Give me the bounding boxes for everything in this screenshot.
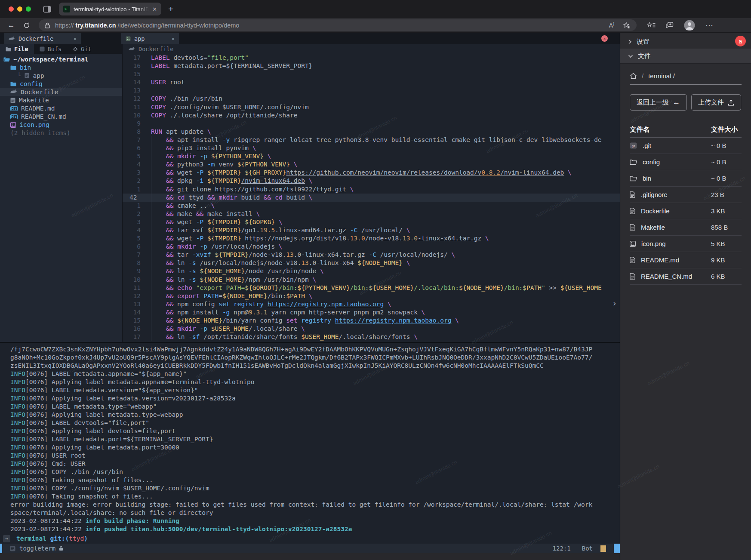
code-line[interactable]: 6 && mkdir -p /usr/local/nodejs \ xyxy=(123,243,620,251)
code-line[interactable]: 12 && export PATH=${NODE_HOME}/bin:$PATH… xyxy=(123,292,620,300)
tab-close-icon[interactable]: ✕ xyxy=(152,6,157,12)
tree-item--workspace-terminal[interactable]: ~/workspace/terminal xyxy=(0,55,122,63)
sidebar-tab-bufs[interactable]: Bufs xyxy=(34,44,68,54)
tab-dockerfile[interactable]: Dockerfile ✕ xyxy=(4,33,81,44)
maximize-window-button[interactable] xyxy=(26,6,31,12)
browser-tab-strip: >_ terminal-ttyd-wlotnipo - TitanIDE ✕ + xyxy=(0,0,751,18)
code-line[interactable]: 11COPY ./config/nvim $USER_HOME/.config/… xyxy=(123,103,620,111)
panel-collapse-chevron-icon[interactable]: › xyxy=(613,298,616,308)
collections-icon[interactable] xyxy=(666,22,674,29)
upload-file-button[interactable]: 上传文件 xyxy=(691,94,741,111)
code-editor[interactable]: Dockerfile 17LABEL devtools="file,port"1… xyxy=(123,44,620,342)
arrow-left-icon: ← xyxy=(673,98,680,107)
terminal-line: error building image: error building sta… xyxy=(0,501,620,509)
file-row--gitignore[interactable]: .gitignore23 B xyxy=(630,187,742,203)
code-line[interactable]: 8 && ln -s /usr/local/nodejs/node-v18.13… xyxy=(123,259,620,267)
line-number: 11 xyxy=(123,103,147,111)
tab-close-icon[interactable]: ✕ xyxy=(172,36,175,42)
code-line[interactable]: 14 && npm install -g npm@9.3.1 yarn cnpm… xyxy=(123,308,620,317)
tree-item-app[interactable]: └ app xyxy=(0,71,122,80)
file-row-config[interactable]: config~ 0 B xyxy=(630,154,742,170)
reload-button[interactable] xyxy=(19,21,34,30)
line-number: 1 xyxy=(123,185,147,194)
code-line[interactable]: 17LABEL devtools="file,port" xyxy=(123,54,620,62)
close-window-button[interactable] xyxy=(9,6,14,12)
browser-sidebar-icon[interactable] xyxy=(43,6,51,13)
back-button[interactable]: ← xyxy=(3,21,19,30)
code-line-current[interactable]: 42 && cd ttyd && mkdir build && cd build… xyxy=(123,194,620,202)
code-line[interactable]: 11 && echo "export PATH=${GOROOT}/bin:${… xyxy=(123,284,620,292)
whale-icon xyxy=(9,37,15,41)
code-line[interactable]: 14USER root xyxy=(123,78,620,86)
file-row--git[interactable]: git.git~ 0 B xyxy=(630,138,742,154)
terminal-panel[interactable]: /fj7CcwoCW7ZXBc3snKxZNYHpbh7uhwOvx2lsi4W… xyxy=(0,343,620,560)
code-line[interactable]: 5 && mkdir -p ${PYTHON_VENV} \ xyxy=(123,152,620,160)
address-bar[interactable]: https://try.titanide.cn/ide/web/coding/t… xyxy=(39,19,637,31)
tree-item-config[interactable]: config xyxy=(0,80,122,88)
file-row-bin[interactable]: bin~ 0 B xyxy=(630,170,742,187)
code-line[interactable]: 2 && make && make install \ xyxy=(123,210,620,218)
code-line[interactable]: 1 && cmake .. \ xyxy=(123,202,620,210)
file-manager-panel: a 设置 文件 / terminal / xyxy=(620,33,751,560)
new-tab-button[interactable]: + xyxy=(168,4,173,14)
tree-item--2-hidden-items-[interactable]: (2 hidden items) xyxy=(0,129,122,137)
code-line[interactable]: 3 && wget -P ${TMPDIR} ${GH_PROXY}https:… xyxy=(123,169,620,177)
tree-item-bin[interactable]: bin xyxy=(0,63,122,71)
code-line[interactable]: 7 && tar -xvzf ${TMPDIR}/node-v18.13.0-l… xyxy=(123,251,620,259)
code-line[interactable]: 7 && apt install -y ripgrep ranger lolca… xyxy=(123,136,620,144)
close-all-icon[interactable]: ✕ xyxy=(601,35,608,42)
tree-item-dockerfile[interactable]: Dockerfile xyxy=(0,88,122,96)
go-up-button[interactable]: 返回上一级 ← xyxy=(630,94,687,111)
file-row-readme-cn-md[interactable]: README_CN.md6 KB xyxy=(630,268,742,285)
code-line[interactable]: 9 && ln -s ${NODE_HOME}/node /usr/bin/no… xyxy=(123,267,620,275)
settings-section-header[interactable]: 设置 xyxy=(620,35,751,49)
tree-item-icon-png[interactable]: icon.png xyxy=(0,121,122,129)
tree-item-makefile[interactable]: Makefile xyxy=(0,96,122,104)
code-line[interactable]: 8RUN apt update \ xyxy=(123,128,620,136)
file-row-readme-md[interactable]: README.md9 KB xyxy=(630,252,742,268)
tab-close-icon[interactable]: ✕ xyxy=(74,36,77,42)
code-line[interactable]: 5 && wget -P ${TMPDIR} https://nodejs.or… xyxy=(123,234,620,243)
line-number: 15 xyxy=(123,70,147,78)
home-icon[interactable] xyxy=(630,73,637,79)
code-line[interactable]: 16LABEL metadata.port=${TERMINAL_SERVER_… xyxy=(123,62,620,70)
code-line[interactable]: 10COPY ./.local/share /opt/titanide/shar… xyxy=(123,111,620,120)
code-line[interactable]: 13 xyxy=(123,86,620,95)
code-line[interactable]: 16 && mkdir -p $USER_HOME/.local/share \ xyxy=(123,325,620,333)
minimize-window-button[interactable] xyxy=(17,6,22,12)
breadcrumb-path[interactable]: terminal / xyxy=(648,72,675,80)
sidebar-tab-file[interactable]: File xyxy=(0,44,34,54)
favorites-icon[interactable] xyxy=(647,22,656,28)
code-line[interactable]: 15 && ${NODE_HOME}/bin/yarn config set r… xyxy=(123,317,620,325)
code-line[interactable]: 4 && tar xvf ${TMPDIR}/go1.19.5.linux-am… xyxy=(123,226,620,234)
add-favorite-icon[interactable] xyxy=(623,22,631,29)
browser-menu-icon[interactable]: ⋯ xyxy=(705,21,714,30)
code-line[interactable]: 3 && wget -P ${TMPDIR} ${GOPKG} \ xyxy=(123,218,620,226)
tree-item-label: Makefile xyxy=(19,97,49,104)
file-row-makefile[interactable]: Makefile858 B xyxy=(630,219,742,236)
code-line[interactable]: 9 xyxy=(123,120,620,128)
terminal-line: 2023-02-08T21:44:22 info pushed titan.hu… xyxy=(0,525,620,533)
browser-tab[interactable]: >_ terminal-ttyd-wlotnipo - TitanIDE ✕ xyxy=(59,3,161,15)
code-line[interactable]: 15 xyxy=(123,70,620,78)
file-row-icon-png[interactable]: icon.png5 KB xyxy=(630,236,742,252)
code-line[interactable]: 6 && pip3 install pynvim \ xyxy=(123,144,620,152)
tree-item-readme-md[interactable]: README.md xyxy=(0,105,122,113)
file-row-dockerfile[interactable]: Dockerfile3 KB xyxy=(630,203,742,219)
read-aloud-icon[interactable]: A) xyxy=(609,22,614,29)
code-line[interactable]: 10 && ln -s ${NODE_HOME}/npm /usr/bin/np… xyxy=(123,276,620,284)
code-line[interactable]: 17 && ln -sf /opt/titanide/share/fonts $… xyxy=(123,333,620,341)
notification-badge[interactable]: a xyxy=(735,36,746,46)
tab-app[interactable]: app ✕ xyxy=(121,33,179,44)
code-line[interactable]: 12COPY ./bin /usr/bin xyxy=(123,95,620,103)
line-number: 4 xyxy=(123,226,147,234)
code-line[interactable]: 4 && python3 -m venv ${PYTHON_VENV} \ xyxy=(123,160,620,169)
code-line[interactable]: 2 && dpkg -i ${TMPDIR}/nvim-linux64.deb … xyxy=(123,177,620,185)
files-section-header[interactable]: 文件 xyxy=(620,49,751,64)
file-size: 5 KB xyxy=(711,240,742,247)
code-line[interactable]: 13 && npm config set registry https://re… xyxy=(123,300,620,308)
code-line[interactable]: 1 && git clone https://github.com/tsl092… xyxy=(123,185,620,194)
tree-item-readme-cn-md[interactable]: README_CN.md xyxy=(0,113,122,121)
sidebar-tab-git[interactable]: Git xyxy=(67,44,97,54)
avatar[interactable] xyxy=(684,20,695,31)
